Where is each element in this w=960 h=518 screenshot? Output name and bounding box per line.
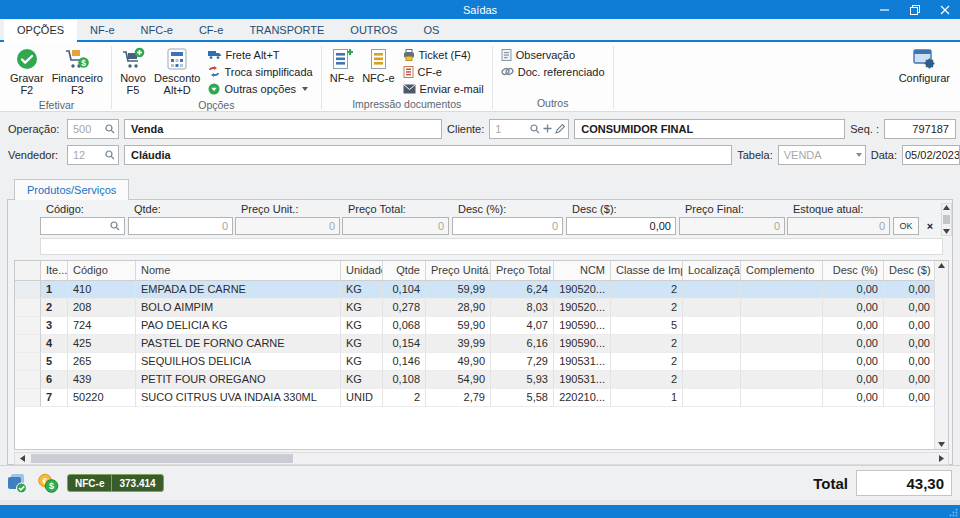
column-header[interactable]: Qtde: [383, 261, 426, 280]
table-cell[interactable]: 0,068: [383, 317, 426, 335]
table-cell[interactable]: 0,146: [383, 353, 426, 371]
column-header[interactable]: Localização: [683, 261, 741, 280]
table-row[interactable]: 2208BOLO AIMPIMKG0,27828,908,03190520...…: [15, 299, 934, 317]
column-header[interactable]: Preço Unitá...: [426, 261, 491, 280]
table-cell[interactable]: 28,90: [426, 299, 491, 317]
qtde-input[interactable]: 0: [128, 217, 233, 235]
table-cell[interactable]: [741, 317, 823, 335]
table-cell[interactable]: 0,00: [884, 335, 934, 353]
codigo-input[interactable]: [40, 217, 125, 235]
table-cell[interactable]: 724: [68, 317, 136, 335]
gravar-button[interactable]: Gravar F2: [6, 44, 48, 98]
table-cell[interactable]: [683, 353, 741, 371]
tab-nfe[interactable]: NF-e: [77, 20, 127, 40]
frete-button[interactable]: Frete Alt+T: [204, 46, 316, 63]
nfe-print-button[interactable]: NF-e: [326, 44, 358, 86]
outras-opcoes-button[interactable]: Outras opções: [204, 80, 316, 97]
table-cell[interactable]: 265: [68, 353, 136, 371]
ok-button[interactable]: OK: [893, 217, 919, 235]
table-cell[interactable]: 50220: [68, 389, 136, 407]
table-cell[interactable]: 6,16: [491, 335, 554, 353]
table-cell[interactable]: 49,90: [426, 353, 491, 371]
table-cell[interactable]: 208: [68, 299, 136, 317]
table-cell[interactable]: [683, 371, 741, 389]
resize-grip[interactable]: [949, 508, 958, 517]
table-cell[interactable]: 190531...: [554, 371, 611, 389]
table-cell[interactable]: [683, 317, 741, 335]
table-row[interactable]: 6439PETIT FOUR OREGANOKG0,10854,905,9319…: [15, 371, 934, 389]
table-cell[interactable]: [741, 299, 823, 317]
tab-cfe[interactable]: CF-e: [186, 20, 236, 40]
column-header[interactable]: Desc (%): [823, 261, 884, 280]
table-cell[interactable]: 0,00: [823, 281, 884, 299]
table-cell[interactable]: 59,90: [426, 317, 491, 335]
column-header[interactable]: Unidade: [341, 261, 383, 280]
table-cell[interactable]: 2,79: [426, 389, 491, 407]
table-cell[interactable]: 0,00: [884, 281, 934, 299]
table-cell[interactable]: 4: [41, 335, 68, 353]
close-button[interactable]: [930, 0, 960, 19]
column-header[interactable]: Código: [68, 261, 136, 280]
enviar-email-button[interactable]: Enviar e-mail: [399, 80, 488, 97]
configurar-button[interactable]: Configurar: [895, 44, 954, 86]
table-cell[interactable]: SEQUILHOS DELICIA: [136, 353, 341, 371]
table-cell[interactable]: [683, 299, 741, 317]
clear-entry-button[interactable]: ×: [922, 217, 938, 235]
table-cell[interactable]: 2: [611, 281, 683, 299]
grid-vertical-scrollbar[interactable]: [934, 261, 948, 449]
tab-produtos-servicos[interactable]: Produtos/Serviços: [14, 179, 129, 200]
table-cell[interactable]: [683, 389, 741, 407]
observacao-button[interactable]: Observação: [497, 46, 609, 63]
table-cell[interactable]: 190590...: [554, 317, 611, 335]
table-cell[interactable]: 0,00: [823, 389, 884, 407]
minimize-button[interactable]: [870, 0, 900, 19]
troca-button[interactable]: Troca simplificada: [204, 63, 316, 80]
table-cell[interactable]: 5: [611, 317, 683, 335]
currency-coins-icon[interactable]: €$: [37, 473, 59, 494]
tabela-select[interactable]: VENDA: [778, 145, 866, 165]
desc-valor-input[interactable]: 0,00: [566, 217, 676, 235]
table-cell[interactable]: 425: [68, 335, 136, 353]
package-check-icon[interactable]: [6, 473, 29, 494]
grid-horizontal-scrollbar[interactable]: [14, 452, 949, 465]
doc-referenciado-button[interactable]: Doc. referenciado: [497, 63, 609, 80]
table-cell[interactable]: 7,29: [491, 353, 554, 371]
table-cell[interactable]: KG: [341, 353, 383, 371]
table-cell[interactable]: 0,104: [383, 281, 426, 299]
product-name-field[interactable]: [40, 238, 943, 255]
table-cell[interactable]: PASTEL DE FORNO CARNE: [136, 335, 341, 353]
desc-pct-input[interactable]: 0: [452, 217, 563, 235]
cfe-button[interactable]: CF-e: [399, 63, 488, 80]
table-cell[interactable]: 0,00: [823, 353, 884, 371]
restore-button[interactable]: [900, 0, 930, 19]
table-cell[interactable]: 1: [41, 281, 68, 299]
table-cell[interactable]: 0,154: [383, 335, 426, 353]
table-cell[interactable]: 39,99: [426, 335, 491, 353]
table-row[interactable]: 5265SEQUILHOS DELICIAKG0,14649,907,29190…: [15, 353, 934, 371]
entry-scrollbar[interactable]: [941, 203, 952, 236]
operacao-input[interactable]: 500: [67, 119, 119, 139]
table-cell[interactable]: KG: [341, 371, 383, 389]
column-header[interactable]: Complemento: [741, 261, 823, 280]
table-cell[interactable]: 190590...: [554, 335, 611, 353]
table-cell[interactable]: 0,278: [383, 299, 426, 317]
table-cell[interactable]: 5,93: [491, 371, 554, 389]
table-cell[interactable]: 0,00: [823, 299, 884, 317]
table-cell[interactable]: PETIT FOUR OREGANO: [136, 371, 341, 389]
table-row[interactable]: 750220SUCO CITRUS UVA INDAIA 330MLUNID22…: [15, 389, 934, 407]
table-cell[interactable]: PAO DELICIA KG: [136, 317, 341, 335]
table-cell[interactable]: 1: [611, 389, 683, 407]
table-cell[interactable]: [683, 281, 741, 299]
table-cell[interactable]: 190520...: [554, 281, 611, 299]
table-cell[interactable]: 5: [41, 353, 68, 371]
table-cell[interactable]: 2: [611, 371, 683, 389]
table-cell[interactable]: KG: [341, 335, 383, 353]
nfce-print-button[interactable]: NFC-e: [358, 44, 398, 86]
table-cell[interactable]: 0,00: [823, 335, 884, 353]
table-cell[interactable]: 220210...: [554, 389, 611, 407]
table-cell[interactable]: 2: [611, 353, 683, 371]
table-cell[interactable]: 54,90: [426, 371, 491, 389]
table-cell[interactable]: [741, 371, 823, 389]
novo-button[interactable]: Novo F5: [116, 44, 150, 98]
table-cell[interactable]: 0,108: [383, 371, 426, 389]
